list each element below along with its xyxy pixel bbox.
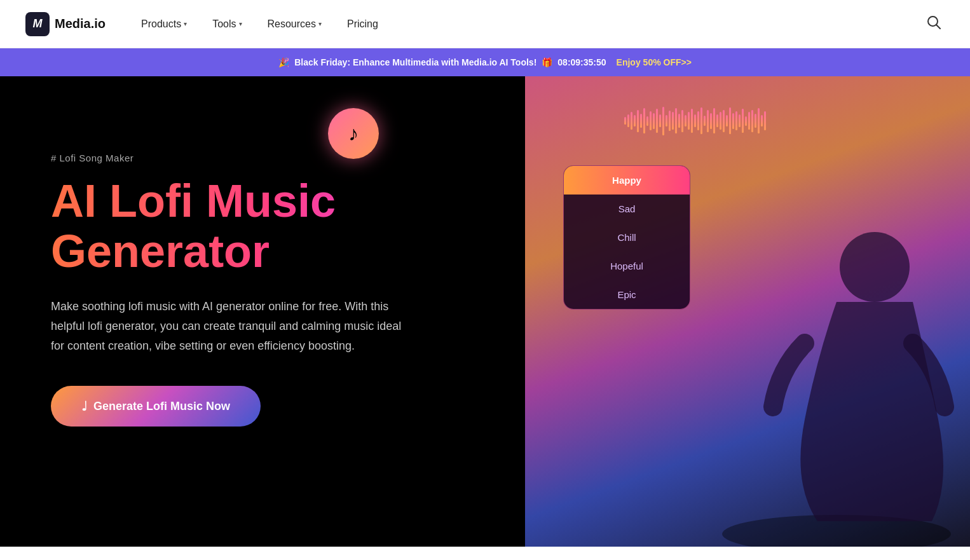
waveform-bar-item — [716, 114, 718, 127]
nav-links: Products ▾ Tools ▾ Resources ▾ Pricing — [131, 13, 923, 35]
waveform-bar-item — [755, 114, 756, 128]
banner-cta-link[interactable]: Enjoy 50% OFF>> — [617, 57, 692, 67]
waveform-bar-item — [710, 113, 712, 129]
waveform-bar-item — [707, 110, 709, 132]
waveform-bar-item — [662, 107, 664, 135]
waveform-bar-item — [691, 109, 693, 133]
banner-text: Black Friday: Enhance Multimedia with Me… — [294, 57, 536, 67]
waveform-bar-item — [764, 111, 766, 130]
banner-gift-emoji: 🎁 — [542, 57, 552, 67]
person-silhouette — [703, 165, 970, 547]
promo-banner: 🎉 Black Friday: Enhance Multimedia with … — [0, 48, 970, 76]
chevron-down-icon: ▾ — [184, 20, 187, 27]
mood-item-epic[interactable]: Epic — [564, 280, 690, 309]
logo-icon: M — [25, 12, 50, 36]
generate-button[interactable]: ♩ Generate Lofi Music Now — [51, 386, 261, 427]
banner-timer: 08:09:35:50 — [557, 57, 606, 67]
svg-point-0 — [928, 17, 938, 26]
mood-item-sad[interactable]: Sad — [564, 195, 690, 223]
waveform-bar-item — [723, 110, 725, 132]
music-note-icon: ♩ — [81, 399, 87, 414]
waveform-bar-item — [634, 115, 636, 126]
waveform-bar-item — [748, 112, 750, 130]
waveform-bar-item — [637, 110, 639, 132]
mood-selector-card: Happy Sad Chill Hopeful Epic — [563, 165, 690, 310]
waveform-bar-item — [650, 111, 652, 130]
mood-item-chill[interactable]: Chill — [564, 223, 690, 252]
waveform-bar-item — [704, 116, 706, 126]
waveform-bar-item — [739, 114, 741, 127]
search-icon[interactable] — [923, 11, 945, 37]
waveform-bar-item — [751, 110, 753, 132]
waveform-bar-item — [685, 115, 687, 126]
waveform-bar-item — [653, 113, 655, 129]
waveform-bar-item — [678, 114, 680, 128]
waveform-bar-item — [697, 111, 699, 130]
logo-link[interactable]: M Media.io — [25, 12, 106, 36]
hero-section: # Lofi Song Maker AI Lofi Music Generato… — [0, 76, 970, 547]
nav-item-pricing[interactable]: Pricing — [337, 13, 388, 35]
hero-content: # Lofi Song Maker AI Lofi Music Generato… — [51, 114, 483, 427]
mood-item-happy[interactable]: Happy — [564, 166, 690, 195]
hero-visual: ♪ Happy Sad Chill Hopeful Epic — [525, 76, 970, 547]
svg-line-1 — [937, 25, 941, 29]
nav-item-resources[interactable]: Resources ▾ — [257, 13, 332, 35]
waveform-bar-item — [646, 116, 648, 126]
waveform-bar-item — [735, 111, 737, 130]
waveform-bar-item — [713, 108, 715, 133]
hero-tag: # Lofi Song Maker — [51, 153, 483, 163]
mood-item-hopeful[interactable]: Hopeful — [564, 252, 690, 280]
hero-description: Make soothing lofi music with AI generat… — [51, 297, 407, 355]
waveform-bar-item — [675, 108, 677, 133]
logo-name: Media.io — [55, 17, 106, 31]
waveform-bar-item — [732, 113, 734, 129]
waveform-bar-item — [624, 117, 626, 125]
waveform-bar-item — [720, 112, 721, 130]
nav-item-products[interactable]: Products ▾ — [131, 13, 197, 35]
waveform-bar-item — [640, 114, 642, 128]
waveform-bar-item — [631, 112, 632, 130]
nav-item-tools[interactable]: Tools ▾ — [202, 13, 252, 35]
hero-title: AI Lofi Music Generator — [51, 176, 483, 277]
waveform-bar-item — [742, 109, 744, 133]
waveform-bar-item — [666, 115, 667, 126]
waveform-bar-item — [627, 114, 629, 127]
chevron-down-icon: ▾ — [318, 20, 322, 27]
waveform-bar-item — [745, 116, 747, 126]
waveform-bar-item — [656, 109, 658, 133]
waveform-bar-item — [672, 112, 674, 130]
banner-emoji: 🎉 — [278, 57, 289, 67]
waveform-display — [624, 107, 766, 135]
waveform-bar-item — [694, 114, 696, 127]
waveform-bar-item — [643, 108, 645, 133]
svg-point-3 — [840, 232, 910, 302]
navbar: M Media.io Products ▾ Tools ▾ Resources … — [0, 0, 970, 48]
waveform-bar-item — [758, 108, 760, 133]
waveform-bar-item — [688, 112, 690, 130]
waveform-bar-item — [659, 114, 661, 127]
waveform-bar-item — [761, 115, 763, 126]
waveform-bar-item — [700, 107, 702, 134]
waveform-bar-item — [681, 110, 683, 132]
waveform-bar-item — [669, 111, 671, 131]
waveform-bar-item — [729, 107, 731, 134]
waveform-bar-item — [726, 115, 728, 126]
player-row: ♪ — [557, 95, 766, 146]
chevron-down-icon: ▾ — [239, 20, 242, 27]
